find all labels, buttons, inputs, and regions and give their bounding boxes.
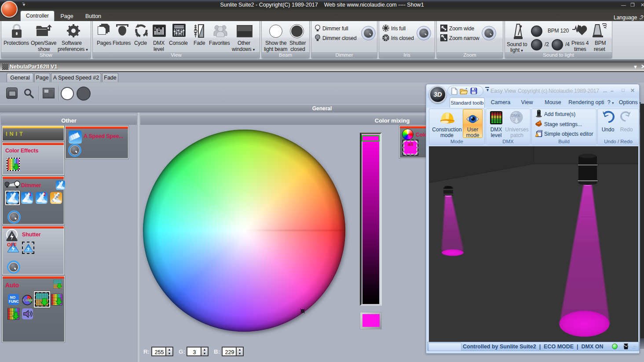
svg-text:NO: NO: [10, 296, 15, 300]
svg-text:DMX: DMX: [511, 113, 520, 118]
svg-text:2: 2: [44, 192, 46, 197]
svg-text:Color: Color: [23, 298, 33, 302]
svg-text:1: 1: [29, 192, 32, 197]
svg-text:OFF: OFF: [7, 242, 17, 247]
svg-text:FUNC.: FUNC.: [9, 300, 19, 304]
